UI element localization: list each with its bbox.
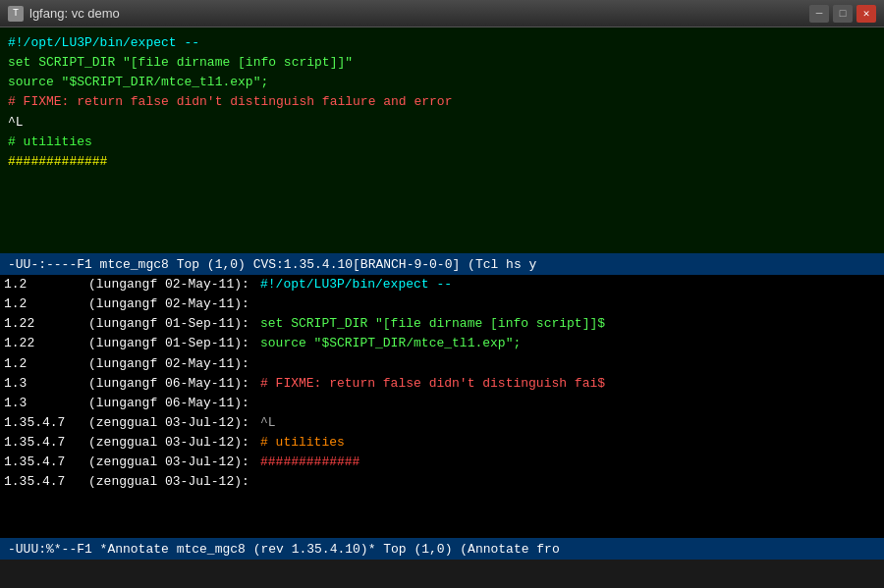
app-icon: T [8,6,24,22]
ann-version: 1.22 [0,334,88,353]
modeline-top: -UU-:----F1 mtce_mgc8 Top (1,0) CVS:1.35… [0,253,884,275]
ann-line-content: # FIXME: return false didn't distinguish… [260,374,884,394]
ann-line-content: # utilities [260,433,884,453]
ann-version: 1.3 [0,374,88,394]
ann-author: (lungangf 06-May-11): [88,374,260,394]
ann-author: (zenggual 03-Jul-12): [88,433,260,453]
ann-line-content: #!/opt/LU3P/bin/expect -- [260,275,884,294]
ann-author: (zenggual 03-Jul-12): [88,453,260,472]
ann-line-content: set SCRIPT_DIR "[file dirname [info scri… [260,314,884,334]
ann-author: (lungangf 02-May-11): [88,354,260,374]
ann-line-content [260,354,884,374]
ann-author: (lungangf 01-Sep-11): [88,334,260,353]
annotate-row: 1.35.4.7(zenggual 03-Jul-12):^L [0,413,884,433]
ann-author: (zenggual 03-Jul-12): [88,413,260,433]
annotate-row: 1.2(lungangf 02-May-11): [0,354,884,374]
ann-version: 1.35.4.7 [0,413,88,433]
ann-version: 1.35.4.7 [0,472,88,492]
modeline-top-text: -UU-:----F1 mtce_mgc8 Top (1,0) CVS:1.35… [8,257,536,272]
annotate-row: 1.35.4.7(zenggual 03-Jul-12): [0,472,884,492]
modeline-bottom: -UUU:%*--F1 *Annotate mtce_mgc8 (rev 1.3… [0,538,884,560]
ann-author: (lungangf 06-May-11): [88,394,260,413]
editor-line: ############# [8,152,876,172]
ann-line-content: ^L [260,413,884,433]
editor-line: source "$SCRIPT_DIR/mtce_tl1.exp"; [8,73,876,92]
ann-author: (lungangf 02-May-11): [88,294,260,314]
ann-line-content [260,294,884,314]
editor-line: set SCRIPT_DIR "[file dirname [info scri… [8,53,876,73]
title-bar: T lgfang: vc demo ─ □ ✕ [0,0,884,27]
annotate-row: 1.3(lungangf 06-May-11):# FIXME: return … [0,374,884,394]
minimize-button[interactable]: ─ [809,5,829,23]
ann-author: (lungangf 02-May-11): [88,275,260,294]
ann-author: (lungangf 01-Sep-11): [88,314,260,334]
annotate-pane: 1.2(lungangf 02-May-11):#!/opt/LU3P/bin/… [0,275,884,538]
annotate-row: 1.2(lungangf 02-May-11):#!/opt/LU3P/bin/… [0,275,884,294]
maximize-button[interactable]: □ [833,5,853,23]
editor-pane: #!/opt/LU3P/bin/expect --set SCRIPT_DIR … [0,27,884,253]
ann-line-content [260,472,884,492]
ann-version: 1.35.4.7 [0,433,88,453]
editor-line: #!/opt/LU3P/bin/expect -- [8,33,876,53]
ann-author: (zenggual 03-Jul-12): [88,472,260,492]
editor-line: ^L [8,113,876,133]
ann-version: 1.22 [0,314,88,334]
editor-line: # FIXME: return false didn't distinguish… [8,92,876,112]
ann-version: 1.35.4.7 [0,453,88,472]
ann-version: 1.2 [0,294,88,314]
ann-version: 1.2 [0,354,88,374]
editor-line: # utilities [8,133,876,152]
title-bar-left: T lgfang: vc demo [8,6,120,22]
editor-content: #!/opt/LU3P/bin/expect --set SCRIPT_DIR … [8,33,876,172]
ann-line-content: ############# [260,453,884,472]
window-controls[interactable]: ─ □ ✕ [809,5,876,23]
close-button[interactable]: ✕ [856,5,876,23]
annotate-content: 1.2(lungangf 02-May-11):#!/opt/LU3P/bin/… [0,275,884,493]
annotate-row: 1.22(lungangf 01-Sep-11):set SCRIPT_DIR … [0,314,884,334]
annotate-row: 1.35.4.7(zenggual 03-Jul-12):# utilities [0,433,884,453]
ann-version: 1.3 [0,394,88,413]
modeline-bottom-text: -UUU:%*--F1 *Annotate mtce_mgc8 (rev 1.3… [8,542,560,557]
annotate-row: 1.22(lungangf 01-Sep-11):source "$SCRIPT… [0,334,884,353]
annotate-row: 1.35.4.7(zenggual 03-Jul-12):###########… [0,453,884,472]
window-title: lgfang: vc demo [29,6,120,21]
annotate-row: 1.3(lungangf 06-May-11): [0,394,884,413]
ann-line-content: source "$SCRIPT_DIR/mtce_tl1.exp"; [260,334,884,353]
ann-version: 1.2 [0,275,88,294]
annotate-row: 1.2(lungangf 02-May-11): [0,294,884,314]
ann-line-content [260,394,884,413]
